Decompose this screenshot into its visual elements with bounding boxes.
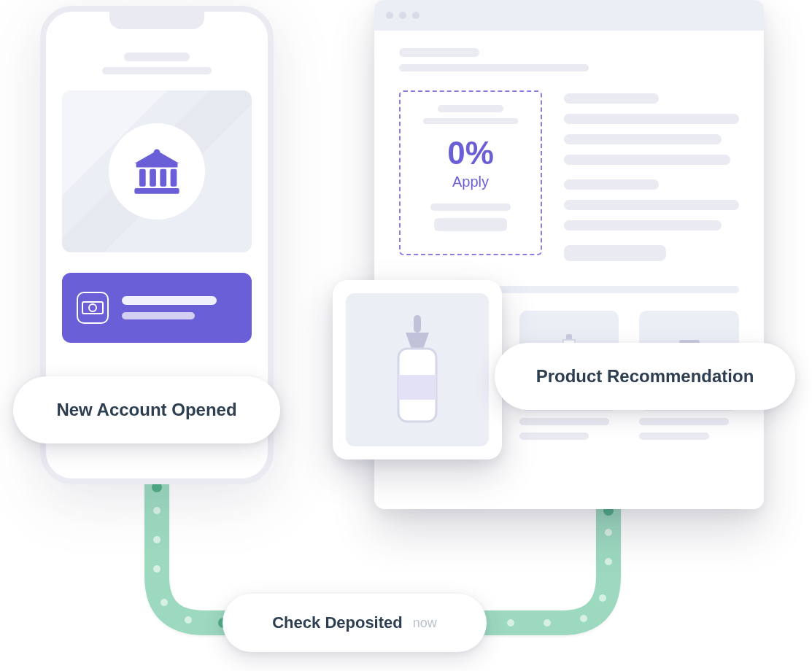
bank-icon [131, 146, 182, 197]
label-text: Product Recommendation [536, 366, 754, 387]
svg-point-9 [605, 558, 612, 565]
svg-point-5 [507, 619, 514, 627]
svg-rect-19 [160, 169, 166, 187]
svg-rect-16 [136, 163, 178, 167]
placeholder-bar [430, 203, 511, 211]
svg-point-10 [605, 529, 612, 536]
svg-marker-32 [406, 333, 429, 349]
placeholder-bar [399, 48, 479, 57]
label-new-account: New Account Opened [13, 376, 280, 443]
window-dot-icon [386, 12, 393, 19]
svg-point-3 [161, 599, 168, 606]
svg-rect-17 [139, 169, 146, 187]
paragraph-placeholder [564, 90, 739, 261]
label-text: Check Deposited [272, 613, 403, 632]
svg-point-8 [599, 594, 606, 602]
offer-box: 0% Apply [399, 90, 542, 255]
svg-rect-18 [150, 169, 156, 187]
offer-rate: 0% [447, 137, 494, 169]
placeholder-bar [639, 418, 729, 425]
phone-transaction-card [62, 273, 252, 343]
placeholder-bar [102, 67, 212, 74]
dropper-bottle-icon [388, 315, 446, 424]
label-time: now [413, 616, 437, 631]
svg-point-6 [544, 619, 551, 627]
placeholder-bar [399, 64, 589, 71]
placeholder-bar [122, 296, 217, 305]
bank-icon-circle [109, 123, 205, 220]
placeholder-bar [438, 105, 503, 112]
svg-point-2 [153, 565, 161, 573]
window-dot-icon [412, 12, 419, 19]
offer-apply-label: Apply [452, 174, 489, 190]
phone-hero-card [62, 90, 252, 252]
placeholder-bar [519, 418, 609, 425]
cash-icon [77, 292, 109, 324]
placeholder-bar [434, 218, 507, 231]
window-dot-icon [399, 12, 406, 19]
label-check-deposited: Check Deposited now [223, 594, 487, 652]
browser-titlebar [374, 0, 764, 31]
placeholder-bar [124, 53, 190, 61]
label-text: New Account Opened [56, 400, 236, 420]
placeholder-bar [519, 433, 589, 440]
featured-product-card [333, 280, 502, 459]
svg-point-1 [153, 536, 161, 543]
placeholder-bar [122, 312, 195, 319]
phone-notch [109, 12, 204, 29]
svg-rect-21 [134, 188, 179, 194]
svg-point-0 [153, 507, 161, 514]
svg-rect-31 [414, 315, 421, 333]
placeholder-bar [639, 433, 709, 440]
label-product-recommendation: Product Recommendation [495, 343, 795, 410]
svg-rect-20 [171, 169, 177, 187]
svg-marker-15 [134, 151, 179, 164]
svg-rect-34 [398, 375, 436, 400]
placeholder-bar [423, 118, 518, 124]
svg-point-7 [580, 615, 587, 622]
svg-point-4 [185, 616, 192, 624]
svg-rect-26 [566, 334, 572, 340]
